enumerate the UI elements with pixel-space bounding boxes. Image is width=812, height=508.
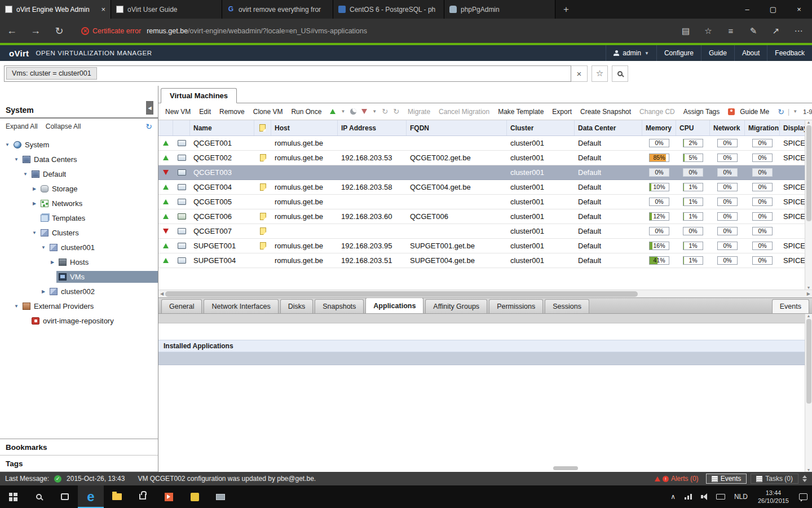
tree-item-external-providers[interactable]: ▼External Providers: [0, 299, 158, 313]
tree-expander-icon[interactable]: ▶: [30, 201, 38, 206]
taskbar-store-button[interactable]: [130, 485, 156, 508]
touch-keyboard-icon[interactable]: [712, 494, 730, 500]
toolbar-button-new-vm[interactable]: New VM: [165, 108, 191, 116]
statusbar-expand-control[interactable]: [802, 475, 807, 482]
tree-expander-icon[interactable]: ▼: [30, 230, 38, 235]
detail-tab-permissions[interactable]: Permissions: [489, 299, 543, 313]
tree-expander-icon[interactable]: ▼: [39, 245, 47, 250]
column-host[interactable]: Host: [271, 120, 338, 135]
grid-refresh-icon[interactable]: ↻: [778, 107, 784, 116]
toolbar-button-edit[interactable]: Edit: [199, 108, 211, 116]
detail-tab-applications[interactable]: Applications: [365, 297, 423, 313]
vm-row-supget004[interactable]: SUPGET004romulus.get.be192.168.203.51SUP…: [158, 253, 812, 268]
start-button[interactable]: [0, 485, 26, 508]
tree-expander-icon[interactable]: ▶: [30, 186, 38, 191]
toolbar-button-create-snapshot[interactable]: Create Snapshot: [580, 108, 631, 116]
toolbar-button-assign-tags[interactable]: Assign Tags: [683, 108, 720, 116]
taskbar-video-button[interactable]: [156, 485, 182, 508]
vm-row-qcget003[interactable]: QCGET003cluster001Default0%0%0%0%: [158, 165, 812, 180]
scroll-up-icon[interactable]: ▲: [807, 120, 811, 124]
column-note[interactable]: [254, 120, 271, 135]
network-icon[interactable]: [680, 494, 696, 500]
console-icon[interactable]: ↻: [393, 107, 399, 116]
scroll-right-icon[interactable]: ▶: [807, 291, 810, 296]
run-chevron-icon[interactable]: ▼: [341, 109, 345, 114]
menu-feedback[interactable]: Feedback: [767, 45, 812, 61]
tree-item-networks[interactable]: ▶Networks: [0, 196, 158, 211]
taskbar-app8-button[interactable]: [208, 485, 233, 508]
forward-button[interactable]: →: [24, 25, 47, 37]
search-query-chip[interactable]: Vms: cluster = cluster001: [6, 67, 97, 80]
tree-item-clusters[interactable]: ▼Clusters: [0, 225, 158, 240]
search-clear-button[interactable]: ×: [571, 65, 588, 82]
detail-scroll-up-icon[interactable]: ▲: [807, 314, 811, 318]
vm-row-qcget002[interactable]: QCGET002romulus.get.be192.168.203.53QCGE…: [158, 151, 812, 165]
browser-tab-ovirt-remove-everything-fror[interactable]: Govirt remove everything fror: [222, 0, 333, 19]
run-icon[interactable]: [330, 109, 336, 114]
tree-item-templates[interactable]: Templates: [0, 211, 158, 225]
detail-tab-sessions[interactable]: Sessions: [545, 299, 589, 313]
reading-view-icon[interactable]: ▤: [674, 26, 697, 36]
suspend-icon[interactable]: [350, 108, 356, 115]
vm-row-qcget007[interactable]: QCGET007cluster001Default0%0%0%0%: [158, 224, 812, 239]
shutdown-chevron-icon[interactable]: ▼: [372, 109, 377, 114]
browser-tab-ovirt-engine-web-admin[interactable]: oVirt Engine Web Admin×: [0, 0, 111, 19]
task-view-button[interactable]: [52, 485, 78, 508]
column-name[interactable]: Name: [190, 120, 254, 135]
minimize-button[interactable]: –: [734, 0, 760, 19]
column-status[interactable]: [158, 120, 173, 135]
grid-horizontal-scrollbar[interactable]: ◀ ▶: [158, 290, 812, 297]
tree-item-hosts[interactable]: ▶Hosts: [0, 255, 158, 269]
vm-row-qcget005[interactable]: QCGET005romulus.get.becluster001Default0…: [158, 195, 812, 209]
grid-vertical-scrollbar[interactable]: ▲ ▼: [805, 120, 812, 290]
volume-icon[interactable]: [696, 493, 712, 500]
favorites-star-icon[interactable]: ☆: [697, 26, 720, 36]
guide-me-button[interactable]: Guide Me: [728, 108, 769, 116]
search-bookmark-button[interactable]: ☆: [592, 65, 608, 82]
detail-tab-disks[interactable]: Disks: [280, 299, 314, 313]
column-fqdn[interactable]: FQDN: [407, 120, 507, 135]
refresh-options-chevron-icon[interactable]: ▼: [793, 109, 797, 114]
tree-item-storage[interactable]: ▶Storage: [0, 181, 158, 196]
column-cluster[interactable]: Cluster: [507, 120, 575, 135]
collapse-all-link[interactable]: Collapse All: [46, 122, 81, 130]
detail-tab-general[interactable]: General: [161, 299, 202, 313]
toolbar-button-clone-vm[interactable]: Clone VM: [253, 108, 283, 116]
tree-item-system[interactable]: ▼System: [0, 137, 158, 152]
bookmarks-panel-header[interactable]: Bookmarks: [0, 439, 158, 456]
column-icon[interactable]: [173, 120, 190, 135]
taskbar-app7-button[interactable]: [182, 485, 208, 508]
tags-panel-header[interactable]: Tags: [0, 456, 158, 472]
new-tab-button[interactable]: +: [555, 0, 577, 19]
toolbar-button-run-once[interactable]: Run Once: [291, 108, 321, 116]
action-center-icon[interactable]: [795, 493, 812, 500]
certificate-error[interactable]: ✕ Certificate error: [81, 27, 141, 35]
search-button[interactable]: [612, 65, 628, 82]
taskbar-explorer-button[interactable]: [104, 485, 130, 508]
detail-hscroll-thumb[interactable]: [553, 466, 578, 470]
refresh-button[interactable]: ↻: [47, 25, 71, 37]
vm-row-qcget006[interactable]: QCGET006romulus.get.be192.168.203.60QCGE…: [158, 209, 812, 224]
alerts-button[interactable]: ! Alerts (0): [651, 474, 702, 483]
detail-tab-affinity-groups[interactable]: Affinity Groups: [425, 299, 487, 313]
address-bar[interactable]: remus.get.be/ovirt-engine/webadmin/?loca…: [147, 27, 674, 35]
browser-tab-ovirt-user-guide[interactable]: oVirt User Guide: [111, 0, 222, 19]
sidebar-collapse-button[interactable]: ◀: [146, 101, 153, 115]
tab-close-icon[interactable]: ×: [101, 5, 105, 14]
events-button[interactable]: Events: [706, 474, 747, 484]
taskbar-clock[interactable]: 13:44 26/10/2015: [752, 489, 795, 505]
tray-expand-icon[interactable]: ∧: [666, 493, 680, 501]
toolbar-button-export[interactable]: Export: [552, 108, 572, 116]
column-ip[interactable]: IP Address: [338, 120, 407, 135]
column-network[interactable]: Network: [710, 120, 745, 135]
menu-about[interactable]: About: [734, 45, 767, 61]
language-indicator[interactable]: NLD: [730, 493, 752, 501]
tree-item-ovirt-image-repository[interactable]: ovirt-image-repository: [0, 313, 158, 328]
scroll-left-icon[interactable]: ◀: [160, 291, 164, 296]
tasks-button[interactable]: Tasks (0): [751, 474, 798, 484]
detail-tab-network-interfaces[interactable]: Network Interfaces: [204, 299, 278, 313]
grid-hscroll-thumb[interactable]: [165, 291, 638, 297]
detail-scroll-down-icon[interactable]: ▼: [807, 468, 811, 472]
user-menu[interactable]: admin ▼: [606, 45, 656, 61]
column-memory[interactable]: Memory: [642, 120, 676, 135]
